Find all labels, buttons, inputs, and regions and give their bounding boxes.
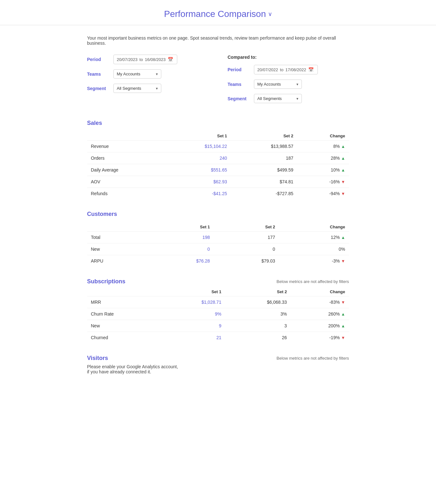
table-row: MRR$1,028.71$6,068.33-83%▼ <box>87 296 349 308</box>
primary-teams-row: Teams My Accounts ▾ <box>87 69 209 79</box>
row-set1: 198 <box>149 232 214 243</box>
row-change: 260%▲ <box>291 308 349 320</box>
row-set2: 3 <box>225 320 291 332</box>
row-set1: 21 <box>160 332 225 344</box>
row-set2: $79.03 <box>214 255 279 267</box>
primary-period-from: 20/07/2023 <box>117 57 138 62</box>
row-change: 10%▲ <box>297 164 349 176</box>
subs-col-change: Change <box>291 287 349 296</box>
chevron-icon[interactable]: ∨ <box>268 11 272 18</box>
row-set1: 240 <box>164 152 231 164</box>
table-row: Churned2126-19%▼ <box>87 332 349 344</box>
row-label: AOV <box>87 176 165 188</box>
sales-col-label <box>87 132 165 141</box>
primary-teams-select[interactable]: My Accounts ▾ <box>113 69 161 79</box>
primary-period-to: 16/08/2023 <box>145 57 165 62</box>
primary-segment-value: All Segments <box>117 86 142 91</box>
calendar-icon: 📅 <box>168 57 173 62</box>
calendar-icon-2: 📅 <box>308 67 314 72</box>
row-change: -83%▼ <box>291 296 349 308</box>
row-change: -94%▼ <box>297 188 349 200</box>
to-separator: to <box>140 57 143 62</box>
compared-period-row: Period 20/07/2022 to 17/08/2022 📅 <box>228 65 349 74</box>
sales-section: Sales Set 1 Set 2 Change Revenue$15,104.… <box>87 120 349 199</box>
row-set2: 3% <box>225 308 291 320</box>
row-change: 0% <box>279 243 349 255</box>
filters-wrapper: Period 20/07/2023 to 16/08/2023 📅 Teams … <box>87 55 349 108</box>
customers-table: Set 1 Set 2 Change Total19817712%▲New000… <box>87 223 349 267</box>
table-row: AOV$62.93$74.81-16%▼ <box>87 176 349 188</box>
row-set1: $76.28 <box>149 255 214 267</box>
row-set1: $1,028.71 <box>160 296 225 308</box>
table-row: ARPU$76.28$79.03-3%▼ <box>87 255 349 267</box>
customers-col-label <box>87 223 149 232</box>
row-set1: $551.65 <box>164 164 231 176</box>
customers-section: Customers Set 1 Set 2 Change Total198177… <box>87 211 349 267</box>
row-label: Refunds <box>87 188 165 200</box>
table-row: Refunds-$41.25-$727.85-94%▼ <box>87 188 349 200</box>
sales-col-set2: Set 2 <box>231 132 297 141</box>
visitors-note: Below metrics are not affected by filter… <box>277 356 349 361</box>
compared-teams-label: Teams <box>228 82 250 87</box>
row-set1: 9% <box>160 308 225 320</box>
page-title: Performance Comparison <box>164 9 266 19</box>
to-separator-2: to <box>280 67 284 72</box>
row-change: 12%▲ <box>279 232 349 243</box>
compared-segment-label: Segment <box>228 96 250 101</box>
compared-segment-row: Segment All Segments ▾ <box>228 94 349 103</box>
primary-period-input[interactable]: 20/07/2023 to 16/08/2023 📅 <box>113 55 177 64</box>
row-change: -3%▼ <box>279 255 349 267</box>
table-row: Churn Rate9%3%260%▲ <box>87 308 349 320</box>
row-change: -16%▼ <box>297 176 349 188</box>
row-label: New <box>87 243 149 255</box>
subs-col-label <box>87 287 160 296</box>
row-set2: 177 <box>214 232 279 243</box>
row-label: MRR <box>87 296 160 308</box>
customers-title: Customers <box>87 211 349 218</box>
customers-col-set2: Set 2 <box>214 223 279 232</box>
primary-teams-label: Teams <box>87 72 110 77</box>
compared-period-input[interactable]: 20/07/2022 to 17/08/2022 📅 <box>254 65 318 74</box>
compared-period-from: 20/07/2022 <box>257 67 278 72</box>
row-set2: 0 <box>214 243 279 255</box>
sales-col-set1: Set 1 <box>164 132 231 141</box>
row-set1: 9 <box>160 320 225 332</box>
visitors-section: Visitors Below metrics are not affected … <box>87 355 349 374</box>
row-change: 8%▲ <box>297 141 349 152</box>
primary-segment-row: Segment All Segments ▾ <box>87 84 209 93</box>
compared-teams-row: Teams My Accounts ▾ <box>228 80 349 89</box>
subs-col-set1: Set 1 <box>160 287 225 296</box>
row-set1: $62.93 <box>164 176 231 188</box>
row-set2: $6,068.33 <box>225 296 291 308</box>
row-set2: $13,988.57 <box>231 141 297 152</box>
chevron-down-icon-4: ▾ <box>296 96 298 101</box>
primary-period-label: Period <box>87 57 110 62</box>
row-set2: 26 <box>225 332 291 344</box>
compared-label: Compared to: <box>228 55 349 60</box>
header: Performance Comparison ∨ <box>0 0 436 25</box>
compared-segment-select[interactable]: All Segments ▾ <box>254 94 302 103</box>
visitors-header: Visitors Below metrics are not affected … <box>87 355 349 362</box>
sales-title: Sales <box>87 120 349 126</box>
chevron-down-icon-2: ▾ <box>156 86 158 91</box>
table-row: New000% <box>87 243 349 255</box>
table-row: Orders24018728%▲ <box>87 152 349 164</box>
customers-col-set1: Set 1 <box>149 223 214 232</box>
row-set2: 187 <box>231 152 297 164</box>
row-set1: $15,104.22 <box>164 141 231 152</box>
table-row: Total19817712%▲ <box>87 232 349 243</box>
row-label: Daily Average <box>87 164 165 176</box>
compared-teams-value: My Accounts <box>257 82 281 87</box>
row-change: -19%▼ <box>291 332 349 344</box>
compared-period-to: 17/08/2022 <box>285 67 306 72</box>
description: Your most important business metrics on … <box>87 35 349 46</box>
table-row: New93200%▲ <box>87 320 349 332</box>
row-set1: 0 <box>149 243 214 255</box>
chevron-down-icon: ▾ <box>156 72 158 76</box>
compared-teams-select[interactable]: My Accounts ▾ <box>254 80 302 89</box>
subscriptions-title: Subscriptions <box>87 278 126 285</box>
visitors-message: Please enable your Google Analytics acco… <box>87 364 349 374</box>
chevron-down-icon-3: ▾ <box>296 82 298 87</box>
row-label: Churn Rate <box>87 308 160 320</box>
primary-segment-select[interactable]: All Segments ▾ <box>113 84 161 93</box>
